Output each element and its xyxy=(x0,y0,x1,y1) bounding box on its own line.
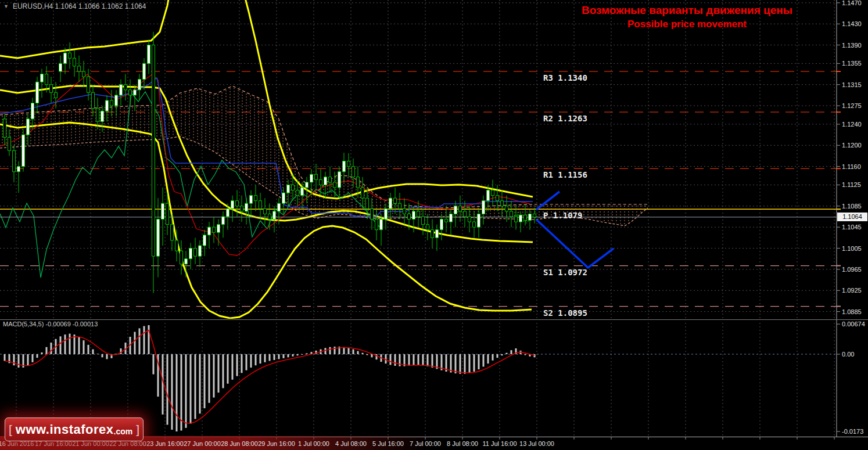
macd-axis-label: -0.0173 xyxy=(842,428,863,435)
annotation-english: Possible price movement xyxy=(558,17,816,31)
price-axis-label: 1.0925 xyxy=(842,287,862,294)
instaforex-logo: [ www.instaforex .com ] xyxy=(5,417,144,441)
time-axis-label: 13 Jul 00:00 xyxy=(519,440,554,447)
symbol-dropdown-icon[interactable]: ▼ xyxy=(3,3,9,10)
price-forecast-annotation: Возможные варианты движения цены Possibl… xyxy=(558,3,816,31)
logo-bracket-left: [ xyxy=(5,423,16,437)
time-axis-label: 11 Jul 16:00 xyxy=(482,440,517,447)
price-axis-label: 1.1430 xyxy=(842,20,862,27)
time-axis-label: 1 Jul 00:00 xyxy=(298,440,329,447)
price-axis-label: 1.0965 xyxy=(842,266,862,273)
macd-axis-label: 0.00 xyxy=(842,351,854,358)
time-axis-label: 7 Jul 00:00 xyxy=(410,440,441,447)
logo-bracket-right: ] xyxy=(132,423,143,437)
price-axis-label: 1.1275 xyxy=(842,102,862,109)
price-axis-label: 1.1005 xyxy=(842,245,862,252)
time-axis-label: 8 Jul 08:00 xyxy=(447,440,478,447)
pivot-label-p: P 1.1079 xyxy=(543,211,582,220)
price-axis-label: 1.1085 xyxy=(842,203,862,210)
time-axis-label: 29 Jun 16:00 xyxy=(258,440,295,447)
logo-text-suffix: .com xyxy=(114,423,133,436)
price-axis-label: 1.1470 xyxy=(842,0,862,6)
price-axis-label: 1.1355 xyxy=(842,60,862,67)
time-axis-label: 4 Jul 08:00 xyxy=(335,440,367,447)
price-axis-label: 1.1045 xyxy=(842,224,862,231)
pivot-label-r1: R1 1.1156 xyxy=(543,170,587,179)
macd-indicator-label: MACD(5,34,5) -0.00069 -0.00013 xyxy=(3,321,98,327)
time-axis-label: 28 Jun 08:00 xyxy=(221,440,258,447)
chart-canvas xyxy=(0,0,868,450)
time-axis-label: 23 Jun 16:00 xyxy=(146,440,184,447)
macd-axis-label: 0.00674 xyxy=(842,321,865,327)
pivot-label-s2: S2 1.0895 xyxy=(543,308,587,318)
pivot-label-r3: R3 1.1340 xyxy=(543,73,587,82)
symbol-ohlc-text: EURUSD,H4 1.1064 1.1066 1.1062 1.1064 xyxy=(13,2,146,10)
price-axis-label: 1.0885 xyxy=(842,308,862,315)
price-axis-label: 1.1240 xyxy=(842,121,862,128)
price-axis-label: 1.1160 xyxy=(842,163,861,170)
pivot-label-r2: R2 1.1263 xyxy=(543,114,587,123)
price-axis-label: 1.1315 xyxy=(842,81,862,88)
symbol-ohlc-header: ▼ EURUSD,H4 1.1064 1.1066 1.1062 1.1064 xyxy=(3,2,146,10)
time-axis-label: 5 Jul 16:00 xyxy=(372,440,404,447)
logo-text: www.instaforex xyxy=(16,422,114,437)
price-axis-label: 1.1125 xyxy=(842,181,861,188)
price-axis-label: 1.1390 xyxy=(842,42,862,49)
annotation-russian: Возможные варианты движения цены xyxy=(558,3,816,17)
pivot-label-s1: S1 1.0972 xyxy=(543,268,587,277)
price-axis-label: 1.1200 xyxy=(842,142,862,149)
time-axis-label: 27 Jun 00:00 xyxy=(184,440,221,447)
current-price-badge: 1.1064 xyxy=(837,213,867,221)
mt4-chart-window: ▼ EURUSD,H4 1.1064 1.1066 1.1062 1.1064 … xyxy=(0,0,868,450)
